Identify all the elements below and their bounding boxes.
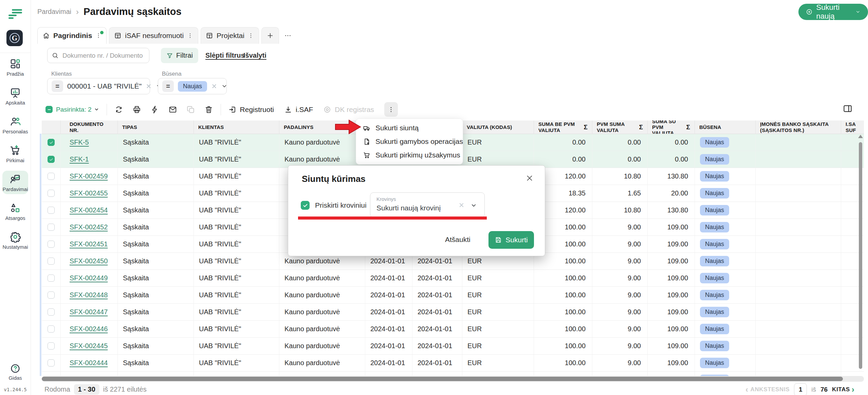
next-page-button[interactable]: KITAS › — [832, 385, 854, 394]
row-checkbox[interactable] — [48, 291, 55, 299]
column-header-padalinys[interactable]: PADALINYS — [279, 120, 365, 134]
sidebar-item-atsargos[interactable]: Atsargos — [2, 200, 28, 223]
submit-button[interactable]: Sukurti — [488, 231, 534, 249]
document-link[interactable]: SFK-5 — [70, 138, 89, 146]
tab-pagrindinis[interactable]: Pagrindinis — [37, 27, 107, 44]
row-checkbox[interactable] — [48, 275, 55, 282]
row-checkbox[interactable] — [48, 207, 55, 214]
clear-icon[interactable] — [211, 83, 217, 89]
more-tabs-button[interactable] — [281, 27, 294, 44]
sigma-icon[interactable]: Σ — [684, 124, 690, 131]
close-icon[interactable] — [526, 174, 533, 182]
sigma-icon[interactable]: Σ — [581, 124, 588, 131]
sidebar-item-pirkimai[interactable]: Pirkimai — [2, 142, 28, 165]
document-link[interactable]: SFX-002452 — [70, 223, 108, 231]
row-checkbox[interactable] — [48, 308, 55, 316]
sidebar-item-apskaita[interactable]: Apskaita — [2, 84, 28, 108]
document-link[interactable]: SFX-002450 — [70, 257, 108, 265]
breadcrumb-parent[interactable]: Pardavimai — [37, 8, 71, 16]
row-checkbox[interactable] — [48, 258, 55, 265]
clear-icon[interactable] — [146, 83, 152, 89]
select-all-checkbox[interactable] — [45, 106, 53, 113]
document-link[interactable]: SFX-002451 — [70, 240, 108, 248]
column-header-busena[interactable]: BŪSENA — [695, 120, 756, 134]
column-header-tipas[interactable]: TIPAS — [118, 120, 194, 134]
row-checkbox[interactable] — [48, 224, 55, 231]
document-link[interactable]: SFX-002445 — [70, 342, 108, 350]
sidebar-item-personalas[interactable]: Personalas — [2, 113, 28, 136]
document-link[interactable]: SFK-1 — [70, 155, 89, 163]
sidebar-item-pradžia[interactable]: Pradžia — [2, 55, 28, 79]
sidebar-item-pardavimai[interactable]: Pardavimai — [2, 171, 28, 194]
klientas-filter-select[interactable]: = 000001 - UAB "RIVILĖ" — [47, 78, 150, 94]
vertical-scrollbar-thumb[interactable] — [859, 142, 862, 369]
row-checkbox[interactable] — [48, 359, 55, 366]
document-link[interactable]: SFX-002454 — [70, 206, 108, 214]
vertical-scrollbar[interactable] — [858, 135, 863, 374]
horizontal-scrollbar-thumb[interactable] — [42, 377, 843, 381]
clear-icon[interactable] — [458, 202, 465, 208]
register-button[interactable]: Registruoti — [228, 106, 274, 114]
column-header-bankas[interactable]: ĮMONĖS BANKO SĄSKAITA (SĄSKAITOS NR.) — [756, 120, 841, 134]
bolt-icon[interactable] — [150, 105, 159, 114]
filters-button[interactable]: Filtrai — [161, 48, 198, 63]
tab-projektai[interactable]: Projektai — [201, 27, 259, 44]
document-link[interactable]: SFX-002444 — [70, 359, 108, 367]
menu-toggle-icon[interactable] — [8, 9, 23, 20]
search-input[interactable] — [62, 52, 145, 60]
row-checkbox[interactable] — [48, 342, 55, 350]
selected-count-dropdown[interactable]: Pasirinkta: 2 — [56, 106, 99, 113]
scroll-up-arrow[interactable] — [858, 135, 863, 138]
document-link[interactable]: SFX-002455 — [70, 189, 108, 197]
document-link[interactable]: SFX-002459 — [70, 172, 108, 180]
row-checkbox[interactable] — [48, 325, 55, 333]
cargo-select[interactable]: Krovinys Sukurti naują krovinį — [370, 192, 485, 218]
cancel-button[interactable]: Atšaukti — [442, 233, 474, 246]
add-tab-button[interactable] — [261, 27, 279, 44]
print-icon[interactable] — [132, 105, 141, 114]
hide-filters-link[interactable]: Slėpti filtrus — [205, 52, 245, 59]
column-header-suma_be[interactable]: SUMA BE PVM VALIUTAΣ — [534, 120, 592, 134]
menu-item-sukurti-siuntą[interactable]: Sukurti siuntą — [356, 121, 463, 135]
menu-item-sukurti-pirkimų-užsakymus[interactable]: Sukurti pirkimų užsakymus — [356, 148, 463, 162]
assign-cargo-checkbox[interactable] — [301, 201, 310, 210]
row-checkbox[interactable] — [48, 190, 55, 197]
column-settings-icon[interactable] — [843, 104, 853, 114]
column-header-check[interactable] — [42, 120, 61, 134]
help-label[interactable]: Gidas — [8, 375, 22, 381]
busena-filter-select[interactable]: = Naujas — [158, 78, 227, 94]
tab-isaf-nesufromuoti[interactable]: iSAF nesufromuoti — [109, 27, 198, 44]
document-link[interactable]: SFX-002447 — [70, 308, 108, 316]
row-checkbox[interactable] — [48, 173, 55, 180]
menu-item-sukurti-gamybos-operacijas[interactable]: Sukurti gamybos operacijas — [356, 135, 463, 148]
document-link[interactable]: SFX-002446 — [70, 325, 108, 333]
row-checkbox[interactable] — [48, 241, 55, 248]
sync-icon[interactable] — [114, 105, 123, 114]
company-logo[interactable]: G — [6, 30, 23, 46]
create-new-button[interactable]: Sukurti naują — [798, 4, 868, 20]
trash-icon[interactable] — [204, 105, 213, 114]
chevron-down-icon[interactable] — [221, 83, 227, 89]
column-header-suma_su[interactable]: SUMA SU PVM VALIUTAΣ — [648, 120, 695, 134]
column-header-isaf[interactable]: I.SA SUF — [841, 120, 864, 134]
isaf-button[interactable]: i.SAF — [284, 106, 313, 114]
page-number-input[interactable]: 1 — [794, 383, 807, 395]
column-header-valiuta[interactable]: VALIUTA (KODAS) — [462, 120, 534, 134]
row-checkbox[interactable] — [48, 139, 55, 146]
row-checkbox[interactable] — [48, 156, 55, 163]
document-link[interactable]: SFX-002449 — [70, 274, 108, 282]
kebab-icon[interactable] — [187, 32, 193, 39]
horizontal-scrollbar[interactable] — [42, 376, 864, 382]
help-icon[interactable] — [10, 363, 21, 374]
equals-operator-icon[interactable]: = — [162, 80, 174, 92]
column-header-doc[interactable]: DOKUMENTO NR. — [61, 120, 118, 134]
more-actions-button[interactable] — [384, 102, 398, 117]
sidebar-item-nustatymai[interactable]: Nustatymai — [2, 228, 28, 252]
mail-icon[interactable] — [168, 105, 177, 114]
column-header-klientas[interactable]: KLIENTAS — [194, 120, 279, 134]
sigma-icon[interactable]: Σ — [637, 124, 643, 131]
kebab-icon[interactable] — [248, 32, 254, 39]
equals-operator-icon[interactable]: = — [52, 80, 63, 92]
chevron-down-icon[interactable] — [470, 202, 477, 209]
column-header-pvm[interactable]: PVM SUMA VALIUTAΣ — [592, 120, 648, 134]
